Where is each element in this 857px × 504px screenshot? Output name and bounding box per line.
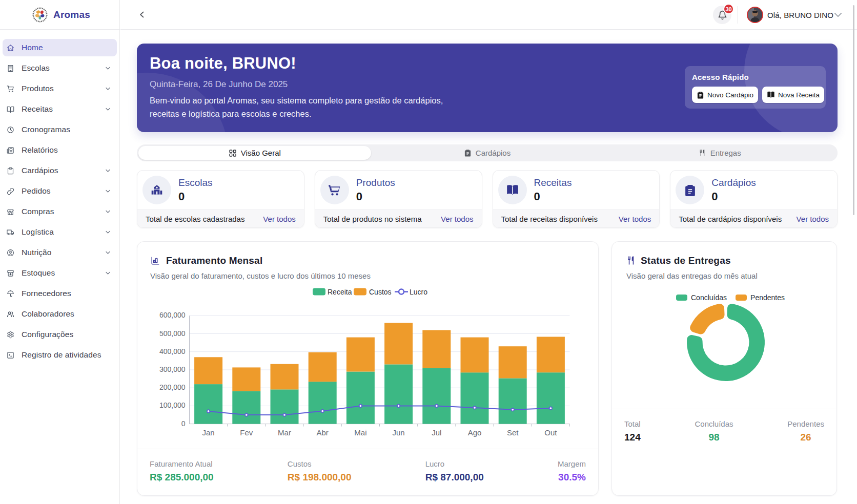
- svg-text:200,000: 200,000: [159, 383, 186, 391]
- svg-text:Set: Set: [507, 428, 519, 437]
- svg-text:100,000: 100,000: [159, 401, 186, 409]
- svg-text:Mar: Mar: [278, 428, 291, 437]
- svg-text:Fev: Fev: [240, 428, 253, 437]
- svg-text:Out: Out: [544, 428, 557, 437]
- svg-text:Jul: Jul: [432, 428, 441, 437]
- svg-text:Custos: Custos: [369, 288, 392, 296]
- svg-text:Receita: Receita: [328, 288, 352, 296]
- svg-text:Abr: Abr: [317, 428, 329, 437]
- svg-text:500,000: 500,000: [159, 329, 186, 338]
- svg-text:Lucro: Lucro: [410, 288, 427, 296]
- svg-text:Mai: Mai: [354, 428, 366, 437]
- svg-text:0: 0: [181, 419, 186, 428]
- svg-text:300,000: 300,000: [159, 365, 186, 373]
- svg-text:600,000: 600,000: [159, 311, 186, 319]
- svg-text:400,000: 400,000: [159, 347, 186, 355]
- svg-text:Ago: Ago: [468, 428, 482, 437]
- svg-text:Jun: Jun: [393, 428, 405, 437]
- svg-text:Jan: Jan: [202, 428, 215, 437]
